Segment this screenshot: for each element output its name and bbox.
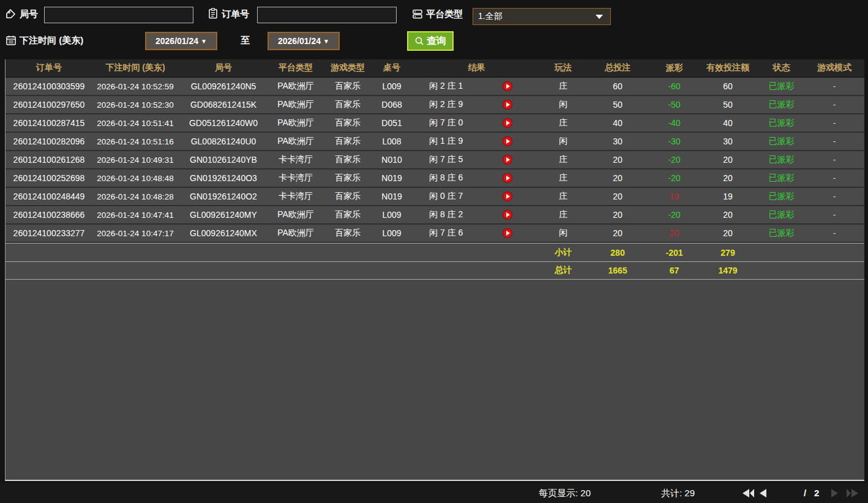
cell-game-mode: - — [804, 118, 864, 128]
cell-result: 闲 8 庄 2 — [411, 209, 542, 220]
table-row: 260124100233277 2026-01-24 10:47:17 GL00… — [6, 225, 864, 243]
cell-table-no: N019 — [373, 173, 411, 183]
column-header: 桌号 — [373, 62, 411, 73]
result-text: 闲 0 庄 7 — [429, 191, 463, 201]
cell-round-id: GN019261240O3 — [178, 173, 269, 183]
table-body: 260124100303599 2026-01-24 10:52:59 GL00… — [6, 78, 864, 243]
order-label: 订单号 — [222, 9, 249, 20]
prev-page-button[interactable] — [760, 489, 766, 497]
total-row: 总计 1665 67 1479 — [6, 261, 864, 280]
replay-play-icon[interactable] — [503, 210, 512, 220]
cell-payout: -20 — [651, 155, 697, 165]
column-header: 状态 — [758, 62, 804, 73]
column-header: 下注时间 (美东) — [92, 62, 178, 73]
cell-platform: PA欧洲厅 — [269, 209, 323, 220]
replay-play-icon[interactable] — [503, 136, 512, 146]
date-to-picker[interactable]: 2026/01/24 ▼ — [268, 32, 340, 50]
table-row: 260124100261268 2026-01-24 10:49:31 GN01… — [6, 151, 864, 170]
column-header: 派彩 — [651, 62, 697, 73]
pagination-bar: 每页显示: 20 共计: 29 / 2 — [0, 483, 868, 503]
cell-total-bet: 60 — [584, 81, 651, 91]
cell-round-id: GL009261240N5 — [178, 81, 269, 91]
table-row: 260124100238666 2026-01-24 10:47:41 GL00… — [6, 206, 864, 225]
cell-platform: 卡卡湾厅 — [269, 173, 323, 184]
cell-result: 闲 7 庄 5 — [411, 154, 542, 165]
cell-platform: PA欧洲厅 — [269, 81, 323, 92]
subtotal-label: 小计 — [542, 247, 584, 258]
total-total-bet: 1665 — [584, 266, 651, 275]
column-header: 玩法 — [542, 62, 584, 73]
cell-table-no: N010 — [373, 155, 411, 165]
cell-bet-time: 2026-01-24 10:51:16 — [92, 137, 178, 146]
per-page-label: 每页显示: 20 — [539, 488, 591, 499]
toolbar: 局号 订单号 平台类型 1.全部 下注时间 (美东) 2026/01/24 ▼ … — [0, 0, 868, 58]
date-from-picker[interactable]: 2026/01/24 ▼ — [145, 32, 217, 50]
cell-game-mode: - — [804, 192, 864, 201]
cell-valid-bet: 20 — [697, 228, 758, 238]
date-to-value: 2026/01/24 — [278, 36, 321, 46]
cell-order-id: 260124100303599 — [6, 81, 92, 91]
cell-platform: 卡卡湾厅 — [269, 154, 323, 165]
cell-platform: PA欧洲厅 — [269, 117, 323, 129]
cell-result: 闲 1 庄 9 — [411, 136, 542, 147]
cell-order-id: 260124100287415 — [6, 118, 92, 128]
cell-result: 闲 7 庄 6 — [411, 228, 542, 239]
table-row: 260124100282096 2026-01-24 10:51:16 GL00… — [6, 133, 864, 151]
subtotal-total-bet: 280 — [584, 248, 651, 258]
cell-bet-time: 2026-01-24 10:51:41 — [92, 119, 178, 128]
cell-game-type: 百家乐 — [323, 191, 373, 202]
total-count-label: 共计: 29 — [661, 488, 695, 499]
column-header: 游戏模式 — [804, 62, 864, 73]
cell-result: 闲 2 庄 9 — [411, 99, 542, 110]
cell-payout: -60 — [651, 81, 697, 91]
cell-table-no: L009 — [373, 210, 411, 220]
cell-game-type: 百家乐 — [323, 154, 373, 165]
replay-play-icon[interactable] — [503, 118, 512, 128]
result-text: 闲 7 庄 0 — [429, 117, 463, 127]
table-row: 260124100303599 2026-01-24 10:52:59 GL00… — [6, 78, 864, 96]
next-page-button[interactable] — [831, 489, 838, 497]
replay-play-icon[interactable] — [503, 155, 512, 165]
bet-time-label: 下注时间 (美东) — [20, 35, 83, 47]
replay-play-icon[interactable] — [503, 81, 512, 91]
cell-round-id: GD051261240W0 — [178, 118, 269, 128]
column-header: 平台类型 — [269, 62, 323, 73]
cell-table-no: D051 — [373, 118, 411, 128]
replay-play-icon[interactable] — [503, 100, 512, 110]
status-badge: 已派彩 — [758, 228, 804, 239]
cell-total-bet: 20 — [584, 210, 651, 220]
order-input[interactable] — [257, 7, 397, 23]
cell-play-type: 闲 — [542, 136, 584, 147]
replay-play-icon[interactable] — [503, 173, 512, 183]
last-page-button[interactable] — [847, 489, 858, 497]
cell-payout: -30 — [651, 136, 697, 146]
cell-table-no: N019 — [373, 192, 411, 201]
chevron-down-icon: ▼ — [323, 38, 329, 45]
replay-play-icon[interactable] — [503, 228, 512, 238]
cell-play-type: 庄 — [542, 154, 584, 165]
cell-play-type: 庄 — [542, 209, 584, 220]
cell-total-bet: 50 — [584, 100, 651, 110]
subtotal-payout: -201 — [651, 248, 697, 258]
column-header: 有效投注额 — [697, 62, 758, 73]
query-button[interactable]: 查询 — [407, 31, 454, 51]
cell-bet-time: 2026-01-24 10:48:28 — [92, 192, 178, 201]
cell-play-type: 庄 — [542, 117, 584, 129]
total-label: 总计 — [542, 265, 584, 276]
result-text: 闲 7 庄 5 — [429, 154, 463, 164]
cell-game-mode: - — [804, 155, 864, 165]
tag-icon — [5, 8, 17, 20]
first-page-button[interactable] — [743, 489, 754, 497]
cell-valid-bet: 60 — [697, 81, 758, 91]
subtotal-row: 小计 280 -201 279 — [6, 243, 864, 261]
status-badge: 已派彩 — [758, 209, 804, 220]
table-header-row: 订单号下注时间 (美东)局号平台类型游戏类型桌号结果玩法总投注派彩有效投注额状态… — [6, 59, 864, 78]
date-to-label: 至 — [241, 35, 250, 47]
cell-payout: -40 — [651, 118, 697, 128]
round-input[interactable] — [44, 7, 193, 23]
platform-select[interactable]: 1.全部 — [473, 8, 611, 25]
cell-payout: 19 — [651, 192, 697, 201]
replay-play-icon[interactable] — [503, 192, 512, 201]
cell-play-type: 闲 — [542, 228, 584, 239]
cell-valid-bet: 40 — [697, 118, 758, 128]
